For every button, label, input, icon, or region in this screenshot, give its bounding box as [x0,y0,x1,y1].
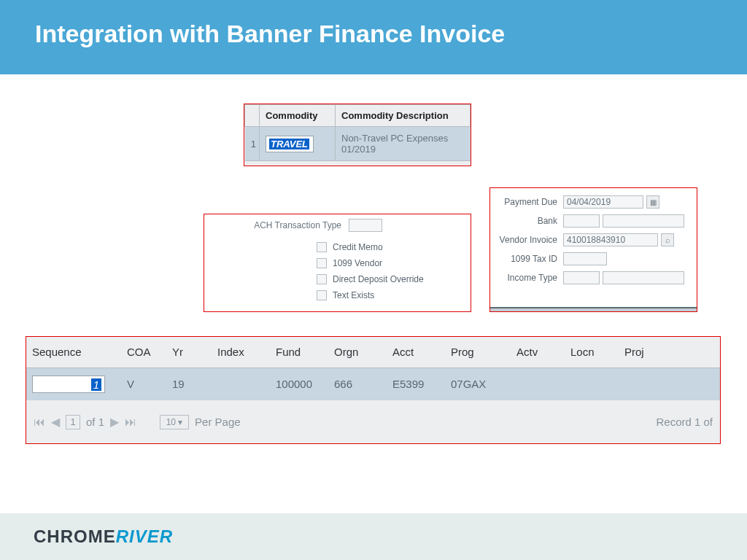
label-income-type: Income Type [495,273,563,283]
panel-divider [490,307,697,311]
commodity-code-cell[interactable]: TRAVEL [260,127,336,161]
col-sequence: Sequence [26,337,121,368]
first-page-icon[interactable]: ⏮ [34,416,45,429]
label-bank: Bank [495,216,563,226]
col-orgn: Orgn [328,337,387,368]
next-page-icon[interactable]: ▶ [110,415,119,429]
record-count-label: Record 1 of [656,416,713,428]
commodity-row[interactable]: 1 TRAVEL Non-Travel PC Expenses 01/2019 [245,127,471,161]
accounting-panel: Sequence COA Yr Index Fund Orgn Acct Pro… [26,336,721,444]
col-fund: Fund [270,337,328,368]
cell-orgn: 666 [328,368,387,400]
taxid-input[interactable] [563,252,607,265]
income-type-desc-input[interactable] [603,271,684,284]
ach-type-input[interactable] [349,219,382,232]
commodity-description: Non-Travel PC Expenses 01/2019 [336,127,471,161]
income-type-code-input[interactable] [563,271,600,284]
sequence-input[interactable]: 1 [32,376,105,393]
last-page-icon[interactable]: ⏭ [125,416,136,429]
checkbox-credit-memo[interactable] [317,242,327,252]
col-commodity: Commodity [260,105,336,127]
page-title: Integration with Banner Finance Invoice [0,0,747,74]
col-actv: Actv [511,337,565,368]
cell-coa: V [121,368,166,400]
calendar-icon[interactable]: ▦ [646,195,659,209]
commodity-table: Commodity Commodity Description 1 TRAVEL… [244,104,471,161]
ach-panel: ACH Transaction Type Credit Memo 1099 Ve… [204,214,471,312]
commodity-panel: Commodity Commodity Description 1 TRAVEL… [244,104,471,166]
cell-index [212,368,270,400]
label-1099-taxid: 1099 Tax ID [495,254,563,264]
page-of-label: of 1 [86,416,104,428]
cell-acct: E5399 [387,368,445,400]
cell-locn [565,368,619,400]
col-locn: Locn [565,337,619,368]
col-acct: Acct [387,337,445,368]
commodity-code-input[interactable]: TRAVEL [266,136,314,152]
cell-yr: 19 [166,368,212,400]
col-yr: Yr [166,337,212,368]
cell-actv [511,368,565,400]
label-credit-memo: Credit Memo [333,242,383,252]
page-number-input[interactable]: 1 [66,415,80,429]
vendor-invoice-input[interactable] [563,233,658,246]
payment-due-input[interactable] [563,195,643,209]
label-text-exists: Text Exists [333,290,374,300]
rows-per-page-select[interactable]: 10 ▾ [160,415,189,429]
prev-page-icon[interactable]: ◀ [51,415,60,429]
checkbox-1099-vendor[interactable] [317,258,327,268]
cell-prog: 07GAX [445,368,511,400]
col-commodity-desc: Commodity Description [336,105,471,127]
pager: ⏮ ◀ 1 of 1 ▶ ⏭ 10 ▾ Per Page Record 1 of [26,400,720,444]
payment-panel: Payment Due ▦ Bank Vendor Invoice ⌕ 1099… [489,187,697,312]
footer: CHROMERIVER [0,513,747,560]
label-vendor-invoice: Vendor Invoice [495,235,563,245]
accounting-row[interactable]: 1 V 19 100000 666 E5399 07GAX [26,368,720,400]
bank-name-input[interactable] [603,214,684,228]
commodity-seq: 1 [245,127,260,161]
bank-code-input[interactable] [563,214,600,228]
cell-proj [619,368,720,400]
accounting-table: Sequence COA Yr Index Fund Orgn Acct Pro… [26,337,720,400]
col-prog: Prog [445,337,511,368]
checkbox-text-exists[interactable] [317,290,327,300]
label-payment-due: Payment Due [495,197,563,207]
cell-fund: 100000 [270,368,328,400]
col-index: Index [212,337,270,368]
per-page-label: Per Page [195,416,241,428]
col-proj: Proj [619,337,720,368]
brand-logo: CHROMERIVER [34,526,173,547]
search-icon[interactable]: ⌕ [661,233,674,246]
label-1099-vendor: 1099 Vendor [333,258,382,268]
checkbox-direct-deposit[interactable] [317,274,327,284]
col-coa: COA [121,337,166,368]
ach-label: ACH Transaction Type [204,220,349,230]
label-direct-deposit: Direct Deposit Override [333,274,424,284]
